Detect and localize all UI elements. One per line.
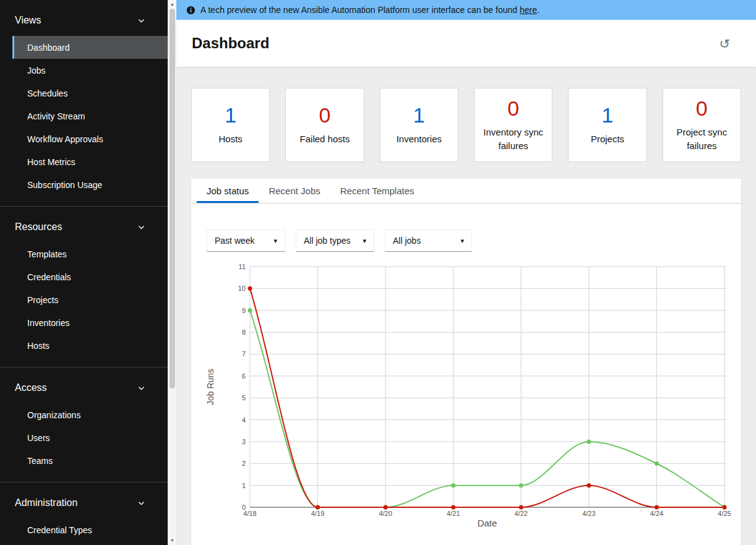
chevron-down-icon <box>137 384 145 392</box>
inventories-label[interactable]: Inventories <box>397 132 442 146</box>
data-point-failed[interactable] <box>586 483 591 487</box>
data-point-failed[interactable] <box>723 505 727 510</box>
y-tick-label: 4 <box>242 416 246 424</box>
sidebar-item-organizations[interactable]: Organizations <box>12 403 168 426</box>
nav-section-resources: Resources Templates Credentials Projects… <box>0 206 168 357</box>
sidebar-item-credentials[interactable]: Credentials <box>12 265 168 288</box>
scrollbar-up-arrow[interactable]: ▲ <box>168 1 176 7</box>
caret-down-icon: ▾ <box>363 237 366 245</box>
inventory-sync-failures-count[interactable]: 0 <box>507 97 519 120</box>
tab-job-status[interactable]: Job status <box>197 179 259 203</box>
data-point-failed[interactable] <box>316 505 320 510</box>
nav-section-views: Views Dashboard Jobs Schedules Activity … <box>0 0 168 196</box>
tab-recent-templates[interactable]: Recent Templates <box>330 179 424 203</box>
nav-group-access-label: Access <box>15 382 47 393</box>
sidebar-item-credential-types[interactable]: Credential Types <box>12 518 168 541</box>
sidebar-item-label: Projects <box>27 295 59 305</box>
hosts-count[interactable]: 1 <box>225 104 236 127</box>
sidebar-item-label: Inventories <box>27 318 69 328</box>
history-icon[interactable]: ↺ <box>719 37 730 50</box>
series-line-successful <box>250 311 724 507</box>
data-point-successful[interactable] <box>655 461 659 466</box>
data-point-successful[interactable] <box>586 439 591 444</box>
data-point-failed[interactable] <box>248 286 252 291</box>
sidebar-item-subscription-usage[interactable]: Subscription Usage <box>12 173 168 196</box>
sidebar-item-label: Subscription Usage <box>27 180 102 190</box>
data-point-successful[interactable] <box>248 308 252 312</box>
jobs-select[interactable]: All jobs ▾ <box>385 230 472 252</box>
data-point-failed[interactable] <box>451 505 455 510</box>
sidebar-item-label: Host Metrics <box>27 157 75 167</box>
sidebar-item-label: Activity Stream <box>27 111 85 121</box>
sidebar-item-teams[interactable]: Teams <box>12 449 168 472</box>
sidebar-item-schedules[interactable]: Schedules <box>12 82 168 105</box>
y-tick-label: 5 <box>242 394 246 401</box>
sidebar-scrollbar[interactable]: ▲ ▼ <box>168 0 176 545</box>
nav-group-views-toggle[interactable]: Views <box>0 7 168 33</box>
job-type-select[interactable]: All job types ▾ <box>296 230 374 252</box>
sidebar-item-label: Users <box>27 433 50 443</box>
nav-group-access-toggle[interactable]: Access <box>0 375 168 401</box>
y-tick-label: 11 <box>239 263 246 270</box>
sidebar-item-label: Hosts <box>27 341 49 351</box>
sidebar-item-host-metrics[interactable]: Host Metrics <box>12 150 168 173</box>
y-tick-label: 10 <box>238 285 246 292</box>
period-select-value: Past week <box>215 236 255 246</box>
sidebar-item-projects[interactable]: Projects <box>12 288 168 311</box>
sidebar-item-inventories[interactable]: Inventories <box>12 311 168 334</box>
nav-group-resources-toggle[interactable]: Resources <box>0 214 168 240</box>
project-sync-failures-count[interactable]: 0 <box>696 97 708 120</box>
data-point-failed[interactable] <box>519 505 523 510</box>
y-tick-label: 2 <box>242 460 246 467</box>
dashboard-tabs: Job status Recent Jobs Recent Templates <box>191 179 741 204</box>
failed-hosts-count[interactable]: 0 <box>319 104 331 127</box>
nav-group-administration-toggle[interactable]: Administration <box>0 490 168 516</box>
period-select[interactable]: Past week ▾ <box>207 230 285 252</box>
sidebar-item-hosts[interactable]: Hosts <box>12 334 168 357</box>
y-tick-label: 1 <box>242 482 246 489</box>
sidebar-item-dashboard[interactable]: Dashboard <box>12 36 168 59</box>
inventory-sync-failures-label[interactable]: Inventory sync failures <box>479 126 547 153</box>
info-icon <box>186 6 195 15</box>
nav-group-resources-label: Resources <box>15 221 62 233</box>
tab-recent-jobs[interactable]: Recent Jobs <box>259 179 330 203</box>
scrollbar-down-arrow[interactable]: ▼ <box>168 538 176 544</box>
x-tick-label: 4/22 <box>515 510 528 517</box>
data-point-failed[interactable] <box>384 505 388 510</box>
failed-hosts-label[interactable]: Failed hosts <box>300 132 350 146</box>
scrollbar-thumb[interactable] <box>170 9 175 388</box>
y-tick-label: 9 <box>242 307 246 314</box>
y-tick-label: 7 <box>242 350 246 358</box>
project-sync-failures-label[interactable]: Project sync failures <box>668 126 736 153</box>
chevron-down-icon <box>137 499 145 507</box>
y-tick-label: 8 <box>242 328 246 336</box>
data-point-failed[interactable] <box>655 505 659 510</box>
sidebar-item-label: Organizations <box>27 410 80 420</box>
job-status-chart: 012345678910114/184/194/204/214/224/234/… <box>191 255 741 534</box>
sidebar-item-templates[interactable]: Templates <box>12 242 168 265</box>
summary-card-inventory-sync-failures: 0 Inventory sync failures <box>474 88 552 162</box>
summary-card-inventories: 1 Inventories <box>380 88 458 162</box>
projects-count[interactable]: 1 <box>602 104 614 127</box>
nav-group-administration-label: Administration <box>15 497 77 509</box>
hosts-label[interactable]: Hosts <box>218 132 242 146</box>
sidebar-item-workflow-approvals[interactable]: Workflow Approvals <box>12 127 168 150</box>
projects-label[interactable]: Projects <box>591 132 624 146</box>
nav-items-views: Dashboard Jobs Schedules Activity Stream… <box>12 36 168 196</box>
y-tick-label: 6 <box>242 372 246 380</box>
sidebar-item-users[interactable]: Users <box>12 426 168 449</box>
data-point-successful[interactable] <box>519 483 523 487</box>
banner-link[interactable]: here <box>520 5 537 15</box>
sidebar-item-label: Credential Types <box>27 525 92 535</box>
x-tick-label: 4/25 <box>718 510 731 517</box>
sidebar-item-label: Schedules <box>27 88 67 98</box>
page-title: Dashboard <box>192 35 269 52</box>
data-point-successful[interactable] <box>451 483 455 487</box>
sidebar-item-activity-stream[interactable]: Activity Stream <box>12 105 168 127</box>
sidebar-item-label: Templates <box>27 249 67 259</box>
caret-down-icon: ▾ <box>460 237 464 245</box>
inventories-count[interactable]: 1 <box>413 104 425 127</box>
banner-text: A tech preview of the new Ansible Automa… <box>200 5 539 15</box>
sidebar-item-jobs[interactable]: Jobs <box>12 59 168 82</box>
nav-section-administration: Administration Credential Types <box>0 482 168 541</box>
